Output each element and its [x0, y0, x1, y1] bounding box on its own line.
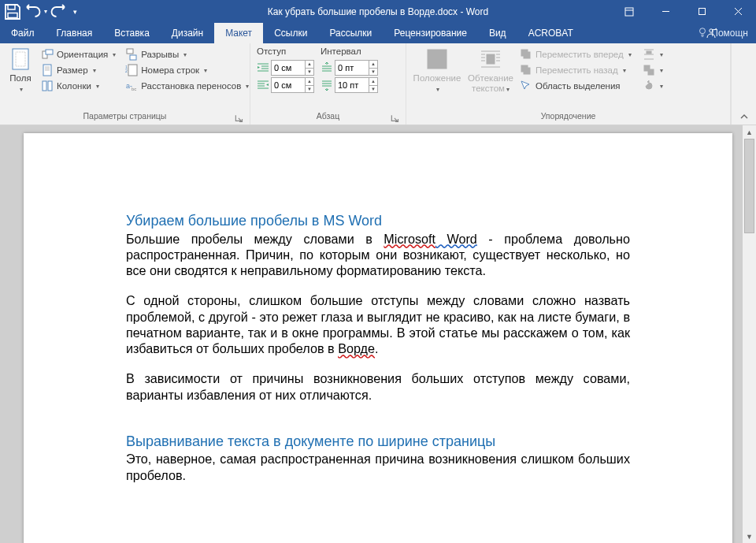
group-page-setup-label: Параметры страницы — [83, 111, 167, 121]
size-icon — [41, 64, 54, 76]
orientation-button[interactable]: Ориентация▾ — [38, 46, 119, 62]
svg-rect-27 — [647, 51, 651, 54]
tab-references[interactable]: Ссылки — [263, 23, 318, 43]
hyphenation-label: Расстановка переносов — [141, 81, 241, 91]
indent-left-input[interactable] — [272, 61, 305, 75]
rotate-icon — [643, 80, 655, 92]
svg-rect-24 — [521, 50, 528, 56]
columns-icon — [41, 80, 54, 92]
spin-down[interactable]: ▼ — [369, 86, 377, 93]
svg-rect-11 — [43, 81, 46, 91]
spin-up[interactable]: ▲ — [306, 61, 313, 69]
selection-pane-label: Область выделения — [536, 81, 621, 91]
svg-rect-15 — [128, 65, 137, 76]
tab-mailings[interactable]: Рассылки — [318, 23, 383, 43]
ribbon: Поля▾ Ориентация▾ Размер▾ Колонки▾ Разры… — [0, 43, 756, 125]
minimize-button[interactable] — [647, 0, 684, 23]
hyphenation-button[interactable]: a-bcРасстановка переносов▾ — [122, 78, 252, 94]
tab-view[interactable]: Вид — [478, 23, 517, 43]
space-before-spinner[interactable]: ▲▼ — [335, 60, 378, 76]
doc-paragraph-4: Это, наверное, самая распространенная пр… — [126, 451, 630, 483]
columns-button[interactable]: Колонки▾ — [38, 78, 119, 94]
tab-insert[interactable]: Вставка — [103, 23, 161, 43]
space-after-input[interactable] — [335, 78, 369, 92]
tab-acrobat[interactable]: ACROBAT — [517, 23, 584, 43]
scroll-down-button[interactable]: ▼ — [743, 530, 756, 543]
position-button: Положение▾ — [410, 45, 465, 93]
breaks-button[interactable]: Разрывы▾ — [122, 46, 252, 62]
scroll-track[interactable] — [743, 139, 756, 530]
document-area: Убираем большие пробелы в MS Word Больши… — [0, 125, 756, 543]
space-after-icon — [321, 79, 333, 91]
indent-right-input[interactable] — [272, 78, 305, 92]
wrap-text-button: Обтекание текстом▾ — [465, 45, 517, 93]
svg-point-5 — [710, 29, 713, 32]
save-button[interactable] — [3, 2, 22, 21]
maximize-button[interactable] — [684, 0, 720, 23]
margins-button[interactable]: Поля▾ — [3, 45, 38, 93]
page-setup-launcher[interactable] — [234, 113, 245, 125]
line-numbers-button[interactable]: 12Номера строк▾ — [122, 62, 252, 78]
indent-right-spinner[interactable]: ▲▼ — [271, 77, 314, 93]
margins-icon — [8, 46, 33, 72]
spin-down[interactable]: ▼ — [369, 69, 377, 76]
orientation-label: Ориентация — [57, 50, 108, 59]
margins-label: Поля — [9, 73, 31, 83]
svg-rect-0 — [8, 5, 15, 9]
bring-forward-label: Переместить вперед — [536, 50, 624, 59]
indent-right-icon — [257, 79, 269, 91]
send-backward-label: Переместить назад — [536, 65, 618, 75]
qat-customize[interactable]: ▾ — [69, 2, 80, 21]
svg-rect-26 — [524, 68, 530, 74]
share-button[interactable] — [704, 23, 718, 43]
title-bar: ▾ ▾ Как убрать большие пробелы в Ворде.d… — [0, 0, 756, 23]
doc-paragraph-2: С одной стороны, слишком большие отступы… — [126, 292, 630, 356]
undo-dropdown[interactable]: ▾ — [41, 2, 50, 21]
undo-button[interactable] — [22, 2, 41, 21]
spin-up[interactable]: ▲ — [369, 61, 377, 69]
align-button: ▾ — [639, 46, 666, 62]
space-after-spinner[interactable]: ▲▼ — [335, 77, 378, 93]
group-icon — [643, 64, 655, 76]
indent-left-spinner[interactable]: ▲▼ — [271, 60, 314, 76]
doc-paragraph-3: В зависимости от причины возникновения б… — [126, 370, 630, 403]
tab-file[interactable]: Файл — [0, 23, 46, 43]
size-button[interactable]: Размер▾ — [38, 62, 119, 78]
svg-rect-2 — [625, 8, 633, 16]
spin-up[interactable]: ▲ — [369, 78, 377, 86]
vertical-scrollbar[interactable]: ▲ ▼ — [743, 125, 756, 543]
selection-pane-icon — [520, 80, 532, 92]
paragraph-launcher[interactable] — [390, 113, 401, 125]
indent-left-icon — [257, 61, 269, 74]
scroll-thumb[interactable] — [744, 139, 754, 233]
tab-layout[interactable]: Макет — [214, 23, 263, 43]
columns-label: Колонки — [57, 81, 91, 91]
svg-rect-3 — [699, 9, 705, 15]
selection-pane-button[interactable]: Область выделения — [517, 78, 635, 94]
group-arrange-label: Упорядочение — [541, 111, 596, 121]
spin-down[interactable]: ▼ — [306, 86, 313, 93]
collapse-ribbon-button[interactable] — [731, 43, 756, 125]
group-page-setup: Поля▾ Ориентация▾ Размер▾ Колонки▾ Разры… — [0, 43, 250, 125]
svg-rect-12 — [48, 81, 52, 91]
space-before-input[interactable] — [335, 61, 369, 75]
spin-down[interactable]: ▼ — [306, 69, 313, 76]
group-arrange: Положение▾ Обтекание текстом▾ Переместит… — [406, 43, 731, 125]
svg-rect-21 — [430, 52, 438, 58]
hyphenation-icon: a-bc — [125, 80, 138, 92]
document-page[interactable]: Убираем большие пробелы в MS Word Больши… — [24, 133, 732, 543]
tab-review[interactable]: Рецензирование — [383, 23, 478, 43]
bring-forward-button: Переместить вперед▾ — [517, 46, 635, 62]
close-button[interactable] — [720, 0, 756, 23]
spacing-heading: Интервал — [321, 46, 378, 56]
spin-up[interactable]: ▲ — [306, 78, 313, 86]
position-icon — [424, 46, 450, 72]
redo-button[interactable] — [50, 2, 69, 21]
tab-design[interactable]: Дизайн — [161, 23, 214, 43]
scroll-up-button[interactable]: ▲ — [743, 125, 756, 139]
tab-home[interactable]: Главная — [46, 23, 104, 43]
tell-me[interactable]: Помощн — [689, 23, 756, 43]
ribbon-display-options[interactable] — [611, 0, 647, 23]
svg-text:bc: bc — [132, 87, 136, 91]
line-numbers-icon: 12 — [125, 64, 138, 76]
